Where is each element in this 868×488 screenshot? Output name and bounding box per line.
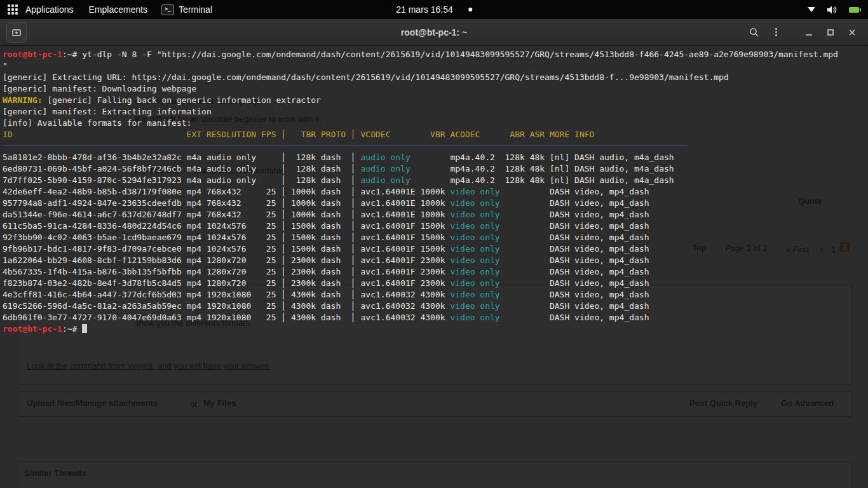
search-button[interactable] xyxy=(745,23,764,42)
top-panel: Applications Emplacements >_ Terminal 21… xyxy=(0,0,868,19)
new-tab-button[interactable] xyxy=(6,22,27,43)
terminal-line: [generic] Extracting URL: https://dai.go… xyxy=(3,72,838,83)
terminal-app-label: Terminal xyxy=(179,4,212,15)
terminal-line: 619c5266-596d-4a5c-81a2-a263a5ab59ec mp4… xyxy=(3,301,838,312)
new-tab-icon xyxy=(11,27,22,37)
menu-applications[interactable]: Applications xyxy=(18,4,81,15)
menu-terminal[interactable]: >_ Terminal xyxy=(155,4,219,15)
window-title: root@bt-pc-1: ~ xyxy=(401,27,467,37)
notification-dot xyxy=(468,8,472,11)
terminal-line: 1a622064-bb29-4608-8cbf-f12159bb83d6 mp4… xyxy=(3,255,838,266)
terminal-rule-line xyxy=(3,140,838,152)
terminal-line: 92f3bb90-4c02-4063-b5ae-1cd9baeae679 mp4… xyxy=(3,232,838,243)
terminal-line: WARNING: [generic] Falling back on gener… xyxy=(3,95,838,106)
terminal-line: " xyxy=(3,60,838,72)
menu-emplacements[interactable]: Emplacements xyxy=(81,4,156,15)
terminal-line: 4e3cff81-416c-4b64-a447-377dcf6b5d03 mp4… xyxy=(3,289,838,301)
terminal-line: root@bt-pc-1:~# xyxy=(3,323,838,335)
maximize-button[interactable] xyxy=(821,23,840,42)
app-grid-icon[interactable] xyxy=(8,4,18,15)
terminal-line: 4b567335-1f4b-415a-b876-3bb135f5bfbb mp4… xyxy=(3,266,838,278)
terminal-lines[interactable]: root@bt-pc-1:~# yt-dlp -N 8 -F "https://… xyxy=(3,49,838,335)
terminal-line: 7d7ff025-5b90-4159-870c-5294fe317923 m4a… xyxy=(3,175,838,186)
terminal-line: f823b874-03e2-482b-8e4f-3d78fb5c84d5 mp4… xyxy=(3,278,838,289)
terminal-line: 6db961f0-3e77-4727-9170-4047e69d0a63 mp4… xyxy=(3,312,838,323)
minimize-button[interactable] xyxy=(799,23,818,42)
terminal-titlebar[interactable]: root@bt-pc-1: ~ xyxy=(0,19,868,46)
terminal-line: 42de6eff-4ea2-48b9-b85b-d387179f080e mp4… xyxy=(3,186,838,198)
maximize-icon xyxy=(826,28,835,37)
close-button[interactable] xyxy=(843,23,862,42)
terminal-line: 5a8181e2-8bbb-478d-af36-3b4b2e32a82c m4a… xyxy=(3,152,838,163)
terminal-line: root@bt-pc-1:~# yt-dlp -N 8 -F "https://… xyxy=(3,49,838,60)
network-icon[interactable] xyxy=(808,7,815,12)
terminal-cursor xyxy=(82,324,87,333)
terminal-line: 6ed80731-069b-45bf-a024-56f8bf7246cb m4a… xyxy=(3,163,838,175)
terminal-line: 9fb96b17-bdc1-4817-9f83-d709a7cebce0 mp4… xyxy=(3,243,838,255)
search-icon xyxy=(749,27,759,37)
terminal-line: [generic] manifest: Downloading webpage xyxy=(3,83,838,95)
volume-icon[interactable] xyxy=(827,5,837,15)
close-icon xyxy=(848,28,857,37)
terminal-line: [info] Available formats for manifest: xyxy=(3,118,838,129)
minimize-icon xyxy=(804,28,813,37)
battery-icon[interactable] xyxy=(849,7,859,13)
terminal-line: [generic] manifest: Extracting informati… xyxy=(3,106,838,118)
clock[interactable]: 21 mars 16:54 xyxy=(396,4,453,15)
terminal-line: ID EXT RESOLUTION FPS │ TBR PROTO │ VCOD… xyxy=(3,129,838,140)
terminal-line: 957794a8-adf1-4924-847e-23635cdeefdb mp4… xyxy=(3,198,838,209)
terminal-app-icon: >_ xyxy=(161,4,174,15)
kebab-icon xyxy=(775,27,777,37)
menu-button[interactable] xyxy=(766,23,785,42)
terminal-line: 611c5ba5-91ca-4284-8336-480d224d54c6 mp4… xyxy=(3,220,838,232)
terminal-window[interactable]: root@bt-pc-1:~# yt-dlp -N 8 -F "https://… xyxy=(0,45,868,488)
terminal-line: da51344e-f96e-4614-a6c7-637d26748df7 mp4… xyxy=(3,209,838,220)
